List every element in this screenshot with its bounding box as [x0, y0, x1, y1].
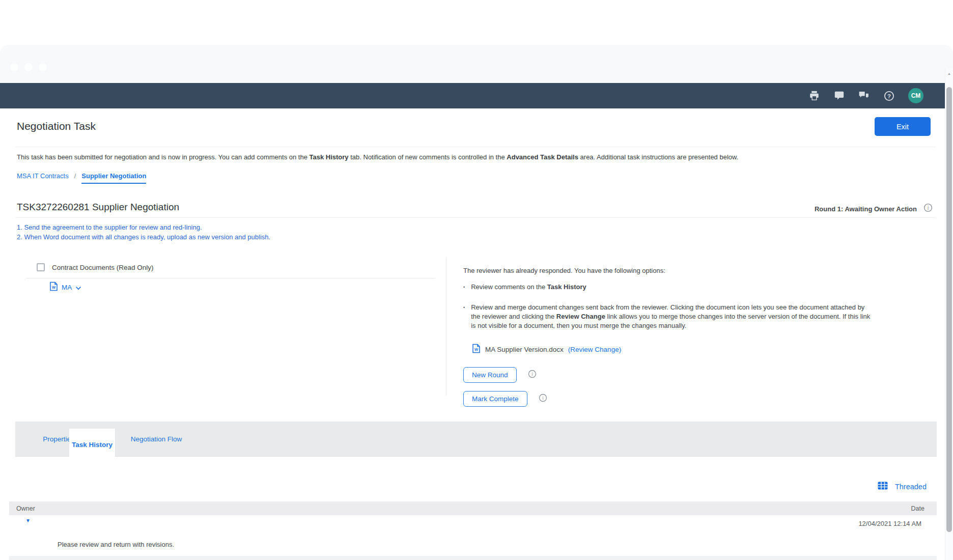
bullet-icon: • [463, 283, 465, 292]
app-top-bar: ? CM [0, 83, 953, 108]
top-bar-icons: ? CM [808, 83, 923, 108]
round-status-text: Round 1: Awaiting Owner Action [815, 205, 917, 213]
table-footer-strip [9, 556, 937, 560]
print-icon[interactable] [808, 90, 820, 101]
bullet-1-pre: Review comments on the [471, 283, 547, 291]
reviewer-bullet-1: • Review comments on the Task History [463, 283, 871, 292]
word-document-icon[interactable]: W [49, 282, 58, 293]
bullet-2-bold: Review Change [556, 313, 605, 320]
task-heading: TSK3272260281 Supplier Negotiation [17, 202, 179, 213]
vertical-scrollbar[interactable]: ▲ [945, 69, 953, 560]
divider [15, 217, 936, 218]
bottom-tab-bar: Properties Task History Negotiation Flow [15, 422, 937, 457]
contract-documents-header: Contract Documents (Read Only) [37, 263, 154, 271]
ma-document-link[interactable]: MA [62, 284, 72, 291]
status-info-icon[interactable]: i [923, 203, 933, 214]
task-intro-text: This task has been submitted for negotia… [17, 153, 811, 161]
contract-documents-label: Contract Documents (Read Only) [52, 264, 154, 271]
column-header-date: Date [911, 505, 924, 512]
task-instructions: 1. Send the agreement to the supplier fo… [17, 222, 270, 242]
supplier-version-doc-name: MA Supplier Version.docx [485, 345, 564, 354]
review-change-link[interactable]: (Review Change) [568, 345, 621, 354]
bullet-1-text: Review comments on the Task History [471, 283, 586, 292]
exit-button[interactable]: Exit [875, 117, 931, 136]
panel-divider [446, 257, 446, 396]
tab-task-history[interactable]: Task History [69, 429, 115, 469]
scrollbar-thumb[interactable] [946, 87, 952, 532]
supplier-version-row: W MA Supplier Version.docx (Review Chang… [472, 344, 871, 356]
history-row-comment: Please review and return with revisions. [58, 541, 174, 548]
help-icon[interactable]: ? [883, 90, 894, 101]
reviewer-bullet-2: • Review and merge document changes sent… [463, 303, 871, 330]
instruction-line-1: 1. Send the agreement to the supplier fo… [17, 222, 270, 232]
instruction-line-2: 2. When Word document with all changes i… [17, 232, 270, 242]
history-table-header: Owner Date [9, 501, 937, 515]
svg-text:i: i [531, 371, 532, 377]
intro-bold-advanced-task-details: Advanced Task Details [507, 153, 578, 161]
svg-text:W: W [474, 347, 479, 352]
svg-text:i: i [928, 205, 929, 211]
svg-text:W: W [52, 285, 56, 290]
word-document-icon[interactable]: W [472, 344, 481, 356]
svg-text:?: ? [887, 93, 890, 99]
bullet-1-bold: Task History [547, 283, 586, 291]
new-round-info-icon[interactable]: i [528, 370, 537, 381]
scroll-up-arrow[interactable]: ▲ [945, 69, 953, 75]
page-title: Negotiation Task [17, 120, 96, 132]
threaded-label[interactable]: Threaded [895, 483, 927, 491]
divider [15, 147, 936, 147]
expand-row-triangle-icon[interactable]: ▼ [25, 518, 31, 523]
reviewer-options-panel: The reviewer has already responded. You … [463, 266, 871, 407]
mark-complete-button[interactable]: Mark Complete [463, 391, 527, 407]
negotiation-task-page: ? CM ▲ Negotiation Task Exit This task h… [0, 0, 953, 560]
ma-document-row: W MA [49, 282, 81, 293]
bullet-icon: • [463, 303, 465, 330]
feedback-icon[interactable] [833, 90, 845, 101]
mark-complete-info-icon[interactable]: i [539, 394, 547, 405]
window-dot [10, 63, 18, 71]
history-row-date: 12/04/2021 12:14 AM [858, 520, 921, 527]
round-status: Round 1: Awaiting Owner Action i [815, 203, 933, 214]
tab-negotiation-flow[interactable]: Negotiation Flow [120, 422, 193, 457]
chat-icon[interactable] [858, 90, 870, 101]
breadcrumb-msa-it-contracts[interactable]: MSA IT Contracts [17, 172, 69, 180]
new-round-button[interactable]: New Round [463, 367, 517, 383]
breadcrumb-separator: / [74, 172, 76, 180]
intro-text: This task has been submitted for negotia… [17, 153, 310, 161]
breadcrumb-supplier-negotiation[interactable]: Supplier Negotiation [81, 172, 146, 184]
intro-text: area. Additional task instructions are p… [578, 153, 738, 161]
window-chrome-band [0, 45, 953, 83]
chevron-down-icon[interactable] [75, 283, 81, 292]
column-header-owner: Owner [16, 505, 35, 512]
contract-documents-checkbox[interactable] [37, 263, 45, 271]
intro-bold-task-history: Task History [310, 153, 349, 161]
bullet-2-text: Review and merge document changes sent b… [471, 303, 871, 330]
intro-text: tab. Notification of new comments is con… [349, 153, 507, 161]
window-dot [24, 63, 33, 71]
reviewer-intro-text: The reviewer has already responded. You … [463, 266, 871, 275]
new-round-row: New Round i [463, 367, 871, 383]
breadcrumb: MSA IT Contracts / Supplier Negotiation [17, 172, 146, 184]
user-avatar[interactable]: CM [908, 88, 923, 103]
mark-complete-row: Mark Complete i [463, 391, 871, 407]
threaded-view-toggle[interactable]: Threaded [878, 482, 927, 492]
window-dot [39, 63, 47, 71]
table-view-icon[interactable] [878, 482, 888, 492]
divider [26, 278, 435, 278]
svg-text:i: i [542, 395, 543, 401]
